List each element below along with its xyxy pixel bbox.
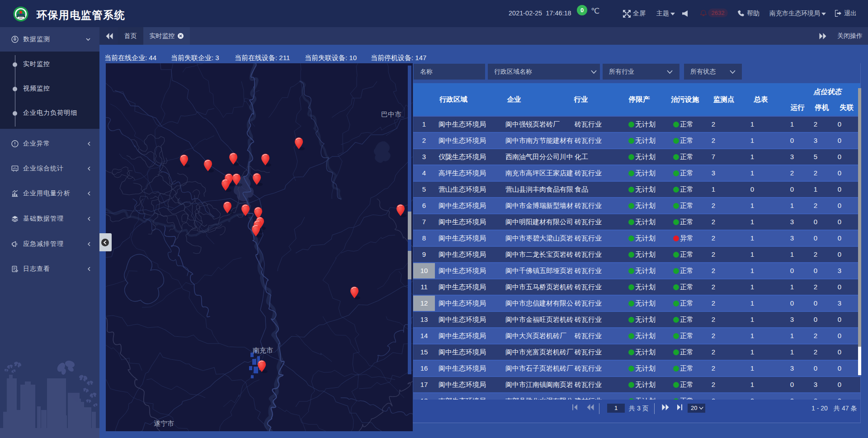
svg-text:遂宁市: 遂宁市 xyxy=(154,419,174,427)
svg-text:巴中市: 巴中市 xyxy=(381,110,401,118)
svg-text:南充市: 南充市 xyxy=(253,346,273,354)
